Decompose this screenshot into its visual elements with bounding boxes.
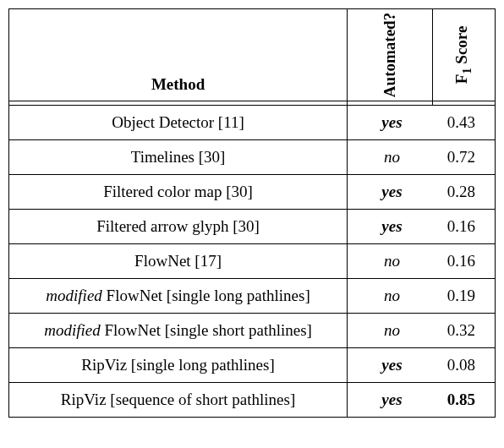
cell-f1: 0.08 (433, 348, 496, 383)
cell-automated: no (348, 279, 433, 314)
cell-f1: 0.85 (433, 383, 496, 418)
cell-method: modified FlowNet [single long pathlines] (9, 279, 348, 314)
cell-automated: no (348, 244, 433, 279)
cell-f1: 0.72 (433, 140, 496, 175)
cell-method: Filtered color map [30] (9, 175, 348, 210)
cell-automated: no (348, 140, 433, 175)
cell-f1: 0.19 (433, 279, 496, 314)
table-row: Filtered color map [30]yes0.28 (9, 175, 496, 210)
cell-f1: 0.28 (433, 175, 496, 210)
cell-automated: yes (348, 383, 433, 418)
table-row: modified FlowNet [single short pathlines… (9, 314, 496, 348)
cell-f1: 0.16 (433, 244, 496, 279)
table-row: Filtered arrow glyph [30]yes0.16 (9, 210, 496, 244)
table-row: modified FlowNet [single long pathlines]… (9, 279, 496, 314)
col-method: Method (9, 9, 348, 101)
header-f1-label: F1 Score (453, 26, 475, 85)
cell-method: RipViz [sequence of short pathlines] (9, 383, 348, 418)
table-body: Object Detector [11]yes0.43Timelines [30… (9, 106, 496, 418)
col-automated: Automated? (348, 9, 433, 101)
cell-f1: 0.43 (433, 106, 496, 140)
cell-automated: yes (348, 175, 433, 210)
table-row: Object Detector [11]yes0.43 (9, 106, 496, 140)
cell-automated: no (348, 314, 433, 348)
modified-prefix: modified (44, 321, 101, 339)
method-text: FlowNet [single long pathlines] (102, 287, 310, 304)
header-automated-label: Automated? (381, 13, 399, 97)
cell-automated: yes (348, 106, 433, 140)
header-row: Method Automated? F1 Score (9, 9, 496, 101)
results-table: Method Automated? F1 Score Object Detect… (8, 8, 496, 418)
cell-f1: 0.16 (433, 210, 496, 244)
method-text: FlowNet [single short pathlines] (101, 321, 312, 339)
cell-method: FlowNet [17] (9, 244, 348, 279)
cell-method: RipViz [single long pathlines] (9, 348, 348, 383)
table-row: Timelines [30]no0.72 (9, 140, 496, 175)
table-row: RipViz [sequence of short pathlines]yes0… (9, 383, 496, 418)
cell-automated: yes (348, 210, 433, 244)
cell-method: Object Detector [11] (9, 106, 348, 140)
cell-method: Filtered arrow glyph [30] (9, 210, 348, 244)
col-f1: F1 Score (433, 9, 496, 101)
cell-f1: 0.32 (433, 314, 496, 348)
header-method-label: Method (151, 75, 205, 93)
modified-prefix: modified (46, 287, 102, 304)
cell-method: modified FlowNet [single short pathlines… (9, 314, 348, 348)
table-row: RipViz [single long pathlines]yes0.08 (9, 348, 496, 383)
cell-automated: yes (348, 348, 433, 383)
table-row: FlowNet [17]no0.16 (9, 244, 496, 279)
cell-method: Timelines [30] (9, 140, 348, 175)
